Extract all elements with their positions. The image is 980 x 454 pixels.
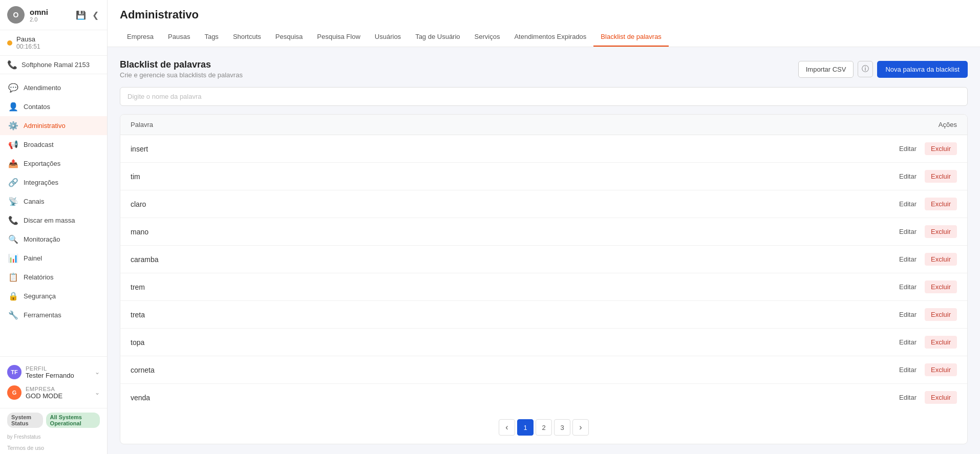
actions-cell: Editar Excluir [895, 308, 957, 321]
edit-button[interactable]: Editar [895, 364, 921, 376]
softphone-row[interactable]: 📞 Softphone Ramal 2153 [0, 56, 107, 74]
sidebar-item-label: Administrativo [24, 122, 66, 129]
col-palavra-header: Palavra [131, 121, 153, 128]
actions-cell: Editar Excluir [895, 170, 957, 183]
sidebar-status: Pausa 00:16:51 [0, 30, 107, 56]
page-3-button[interactable]: 3 [554, 419, 570, 436]
sidebar-item-integracoes[interactable]: 🔗Integrações [0, 173, 107, 192]
system-status-bar: System Status All Systems Operational [0, 408, 107, 432]
tab-usuarios[interactable]: Usuários [368, 28, 408, 47]
delete-button[interactable]: Excluir [925, 253, 957, 266]
sidebar-item-label: Atendimento [24, 84, 61, 92]
sidebar: O omni 2.0 💾 ❮ Pausa 00:16:51 📞 Softphon… [0, 0, 108, 454]
edit-button[interactable]: Editar [895, 143, 921, 155]
word-cell: trem [131, 283, 145, 291]
actions-cell: Editar Excluir [895, 363, 957, 376]
actions-cell: Editar Excluir [895, 280, 957, 293]
edit-button[interactable]: Editar [895, 309, 921, 320]
all-systems-pill: All Systems Operational [46, 413, 100, 428]
edit-button[interactable]: Editar [895, 281, 921, 293]
sidebar-item-seguranca[interactable]: 🔒Segurança [0, 287, 107, 306]
company-row[interactable]: G EMPRESA GOD MODE ⌄ [7, 382, 100, 403]
sidebar-item-painel[interactable]: 📊Painel [0, 249, 107, 268]
tabs-bar: EmpresaPausasTagsShortcutsPesquisaPesqui… [120, 28, 968, 47]
sidebar-item-broadcast[interactable]: 📢Broadcast [0, 135, 107, 154]
administrativo-icon: ⚙️ [8, 121, 18, 131]
page-1-button[interactable]: 1 [517, 419, 534, 436]
word-cell: caramba [131, 255, 158, 264]
sidebar-item-contatos[interactable]: 👤Contatos [0, 97, 107, 116]
monitoracao-icon: 🔍 [8, 234, 18, 244]
edit-button[interactable]: Editar [895, 253, 921, 265]
sidebar-item-label: Discar em massa [24, 217, 75, 224]
sidebar-item-canais[interactable]: 📡Canais [0, 192, 107, 211]
sidebar-item-discar-em-massa[interactable]: 📞Discar em massa [0, 211, 107, 230]
status-label: Pausa [16, 35, 40, 43]
softphone-label: Softphone Ramal 2153 [22, 61, 90, 69]
delete-button[interactable]: Excluir [925, 336, 957, 349]
table-row: topa Editar Excluir [120, 329, 967, 356]
actions-cell: Editar Excluir [895, 142, 957, 155]
import-csv-button[interactable]: Importar CSV [798, 61, 854, 78]
delete-button[interactable]: Excluir [925, 308, 957, 321]
tab-pausas[interactable]: Pausas [161, 28, 197, 47]
brand-version: 2.0 [30, 16, 48, 23]
delete-button[interactable]: Excluir [925, 198, 957, 210]
brand-name: omni [30, 8, 48, 16]
edit-button[interactable]: Editar [895, 226, 921, 237]
tab-pesquisa-flow[interactable]: Pesquisa Flow [310, 28, 368, 47]
sidebar-item-label: Segurança [24, 292, 56, 300]
prev-page-button[interactable]: ‹ [499, 419, 515, 436]
section-subtitle: Crie e gerencie sua blacklists de palavr… [120, 71, 243, 79]
delete-button[interactable]: Excluir [925, 142, 957, 155]
info-button[interactable]: ⓘ [858, 61, 873, 77]
profile-avatar: TF [7, 365, 22, 379]
collapse-sidebar-btn[interactable]: ❮ [91, 9, 100, 21]
word-cell: claro [131, 200, 146, 208]
terms-link[interactable]: Termos de uso [0, 442, 107, 454]
word-cell: venda [131, 394, 150, 402]
tab-pesquisa[interactable]: Pesquisa [268, 28, 310, 47]
powered-by-label: by Freshstatus [7, 434, 41, 440]
sidebar-brand: O omni 2.0 [7, 6, 48, 24]
table-row: venda Editar Excluir [120, 384, 967, 411]
edit-button[interactable]: Editar [895, 170, 921, 182]
svg-text:O: O [13, 11, 19, 19]
profile-row[interactable]: TF PERFIL Tester Fernando ⌄ [7, 362, 100, 382]
delete-button[interactable]: Excluir [925, 225, 957, 238]
edit-button[interactable]: Editar [895, 198, 921, 210]
delete-button[interactable]: Excluir [925, 363, 957, 376]
edit-button[interactable]: Editar [895, 392, 921, 403]
sidebar-item-relatorios[interactable]: 📋Relatórios [0, 268, 107, 287]
delete-button[interactable]: Excluir [925, 391, 957, 404]
tab-tag-usuario[interactable]: Tag de Usuário [408, 28, 467, 47]
word-cell: topa [131, 338, 144, 347]
brand-avatar: O [7, 6, 25, 24]
sidebar-item-atendimento[interactable]: 💬Atendimento [0, 78, 107, 97]
new-word-button[interactable]: Nova palavra da blacklist [877, 61, 968, 78]
page-2-button[interactable]: 2 [536, 419, 552, 436]
delete-button[interactable]: Excluir [925, 280, 957, 293]
search-input[interactable] [120, 87, 968, 106]
save-icon-btn[interactable]: 💾 [75, 9, 87, 21]
status-dot [7, 40, 12, 46]
sidebar-item-monitoracao[interactable]: 🔍Monitoração [0, 230, 107, 249]
tab-atendimentos-expirados[interactable]: Atendimentos Expirados [507, 28, 593, 47]
system-status-pill: System Status [7, 413, 43, 428]
table-row: insert Editar Excluir [120, 135, 967, 163]
sidebar-item-label: Painel [24, 254, 42, 262]
tab-shortcuts[interactable]: Shortcuts [226, 28, 268, 47]
word-cell: corneta [131, 366, 155, 374]
tab-tags[interactable]: Tags [197, 28, 225, 47]
profile-text: PERFIL Tester Fernando [26, 365, 74, 379]
sidebar-item-label: Broadcast [24, 141, 54, 148]
sidebar-item-exportacoes[interactable]: 📤Exportações [0, 154, 107, 173]
sidebar-item-administrativo[interactable]: ⚙️Administrativo [0, 116, 107, 135]
sidebar-item-ferramentas[interactable]: 🔧Ferramentas [0, 306, 107, 325]
edit-button[interactable]: Editar [895, 336, 921, 348]
tab-servicos[interactable]: Serviços [467, 28, 507, 47]
tab-empresa[interactable]: Empresa [120, 28, 161, 47]
tab-blacklist-palavras[interactable]: Blacklist de palavras [593, 28, 669, 47]
delete-button[interactable]: Excluir [925, 170, 957, 183]
next-page-button[interactable]: › [572, 419, 589, 436]
